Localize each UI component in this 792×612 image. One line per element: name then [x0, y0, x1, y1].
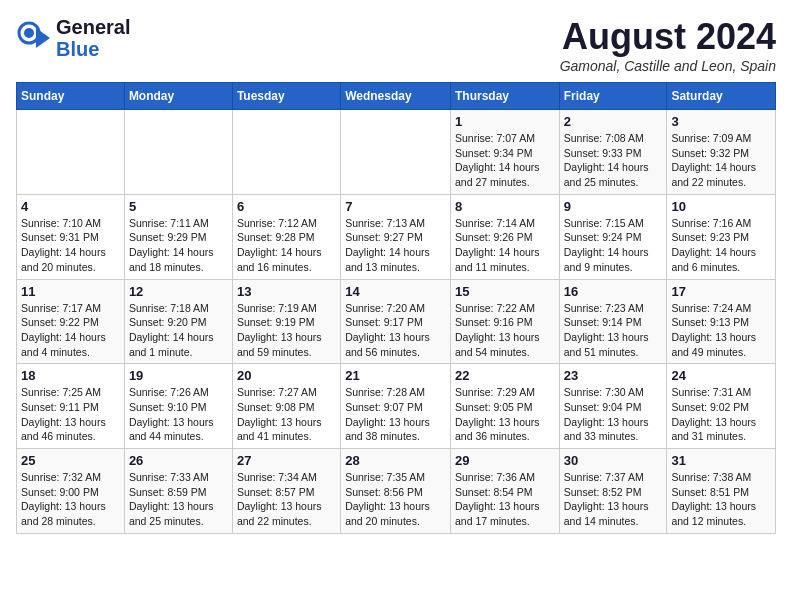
day-info: Sunrise: 7:19 AM Sunset: 9:19 PM Dayligh… — [237, 301, 336, 360]
day-header-thursday: Thursday — [450, 83, 559, 110]
week-row-2: 4Sunrise: 7:10 AM Sunset: 9:31 PM Daylig… — [17, 194, 776, 279]
day-info: Sunrise: 7:27 AM Sunset: 9:08 PM Dayligh… — [237, 385, 336, 444]
day-info: Sunrise: 7:22 AM Sunset: 9:16 PM Dayligh… — [455, 301, 555, 360]
day-number: 17 — [671, 284, 771, 299]
svg-point-1 — [24, 28, 34, 38]
calendar-cell — [232, 110, 340, 195]
logo-general: General — [56, 16, 130, 38]
day-info: Sunrise: 7:37 AM Sunset: 8:52 PM Dayligh… — [564, 470, 663, 529]
calendar-cell: 16Sunrise: 7:23 AM Sunset: 9:14 PM Dayli… — [559, 279, 667, 364]
day-number: 28 — [345, 453, 446, 468]
calendar-cell — [124, 110, 232, 195]
day-info: Sunrise: 7:08 AM Sunset: 9:33 PM Dayligh… — [564, 131, 663, 190]
day-info: Sunrise: 7:33 AM Sunset: 8:59 PM Dayligh… — [129, 470, 228, 529]
day-info: Sunrise: 7:32 AM Sunset: 9:00 PM Dayligh… — [21, 470, 120, 529]
calendar-cell: 1Sunrise: 7:07 AM Sunset: 9:34 PM Daylig… — [450, 110, 559, 195]
calendar-cell: 2Sunrise: 7:08 AM Sunset: 9:33 PM Daylig… — [559, 110, 667, 195]
day-info: Sunrise: 7:15 AM Sunset: 9:24 PM Dayligh… — [564, 216, 663, 275]
day-info: Sunrise: 7:11 AM Sunset: 9:29 PM Dayligh… — [129, 216, 228, 275]
week-row-4: 18Sunrise: 7:25 AM Sunset: 9:11 PM Dayli… — [17, 364, 776, 449]
day-info: Sunrise: 7:09 AM Sunset: 9:32 PM Dayligh… — [671, 131, 771, 190]
day-header-monday: Monday — [124, 83, 232, 110]
week-row-3: 11Sunrise: 7:17 AM Sunset: 9:22 PM Dayli… — [17, 279, 776, 364]
calendar-cell: 3Sunrise: 7:09 AM Sunset: 9:32 PM Daylig… — [667, 110, 776, 195]
calendar-cell: 31Sunrise: 7:38 AM Sunset: 8:51 PM Dayli… — [667, 449, 776, 534]
day-number: 5 — [129, 199, 228, 214]
day-header-sunday: Sunday — [17, 83, 125, 110]
title-block: August 2024 Gamonal, Castille and Leon, … — [560, 16, 776, 74]
day-number: 31 — [671, 453, 771, 468]
day-info: Sunrise: 7:17 AM Sunset: 9:22 PM Dayligh… — [21, 301, 120, 360]
calendar-cell: 24Sunrise: 7:31 AM Sunset: 9:02 PM Dayli… — [667, 364, 776, 449]
day-info: Sunrise: 7:28 AM Sunset: 9:07 PM Dayligh… — [345, 385, 446, 444]
day-info: Sunrise: 7:26 AM Sunset: 9:10 PM Dayligh… — [129, 385, 228, 444]
day-number: 9 — [564, 199, 663, 214]
day-info: Sunrise: 7:20 AM Sunset: 9:17 PM Dayligh… — [345, 301, 446, 360]
calendar-cell: 18Sunrise: 7:25 AM Sunset: 9:11 PM Dayli… — [17, 364, 125, 449]
day-number: 2 — [564, 114, 663, 129]
day-number: 29 — [455, 453, 555, 468]
day-number: 19 — [129, 368, 228, 383]
day-info: Sunrise: 7:35 AM Sunset: 8:56 PM Dayligh… — [345, 470, 446, 529]
day-info: Sunrise: 7:25 AM Sunset: 9:11 PM Dayligh… — [21, 385, 120, 444]
calendar-table: SundayMondayTuesdayWednesdayThursdayFrid… — [16, 82, 776, 534]
logo-blue: Blue — [56, 38, 130, 60]
calendar-cell: 25Sunrise: 7:32 AM Sunset: 9:00 PM Dayli… — [17, 449, 125, 534]
day-number: 4 — [21, 199, 120, 214]
calendar-cell: 28Sunrise: 7:35 AM Sunset: 8:56 PM Dayli… — [341, 449, 451, 534]
day-number: 12 — [129, 284, 228, 299]
calendar-cell: 7Sunrise: 7:13 AM Sunset: 9:27 PM Daylig… — [341, 194, 451, 279]
page-header: General Blue August 2024 Gamonal, Castil… — [16, 16, 776, 74]
day-number: 6 — [237, 199, 336, 214]
day-number: 11 — [21, 284, 120, 299]
day-header-wednesday: Wednesday — [341, 83, 451, 110]
day-header-tuesday: Tuesday — [232, 83, 340, 110]
calendar-cell — [341, 110, 451, 195]
day-info: Sunrise: 7:18 AM Sunset: 9:20 PM Dayligh… — [129, 301, 228, 360]
calendar-cell: 13Sunrise: 7:19 AM Sunset: 9:19 PM Dayli… — [232, 279, 340, 364]
calendar-cell — [17, 110, 125, 195]
day-number: 7 — [345, 199, 446, 214]
calendar-cell: 23Sunrise: 7:30 AM Sunset: 9:04 PM Dayli… — [559, 364, 667, 449]
calendar-cell: 15Sunrise: 7:22 AM Sunset: 9:16 PM Dayli… — [450, 279, 559, 364]
day-number: 16 — [564, 284, 663, 299]
day-number: 24 — [671, 368, 771, 383]
calendar-cell: 11Sunrise: 7:17 AM Sunset: 9:22 PM Dayli… — [17, 279, 125, 364]
day-info: Sunrise: 7:31 AM Sunset: 9:02 PM Dayligh… — [671, 385, 771, 444]
day-info: Sunrise: 7:36 AM Sunset: 8:54 PM Dayligh… — [455, 470, 555, 529]
day-info: Sunrise: 7:38 AM Sunset: 8:51 PM Dayligh… — [671, 470, 771, 529]
logo-icon — [16, 20, 52, 56]
day-number: 14 — [345, 284, 446, 299]
day-number: 26 — [129, 453, 228, 468]
day-number: 23 — [564, 368, 663, 383]
day-info: Sunrise: 7:13 AM Sunset: 9:27 PM Dayligh… — [345, 216, 446, 275]
calendar-cell: 20Sunrise: 7:27 AM Sunset: 9:08 PM Dayli… — [232, 364, 340, 449]
calendar-cell: 6Sunrise: 7:12 AM Sunset: 9:28 PM Daylig… — [232, 194, 340, 279]
day-info: Sunrise: 7:24 AM Sunset: 9:13 PM Dayligh… — [671, 301, 771, 360]
calendar-cell: 12Sunrise: 7:18 AM Sunset: 9:20 PM Dayli… — [124, 279, 232, 364]
calendar-cell: 17Sunrise: 7:24 AM Sunset: 9:13 PM Dayli… — [667, 279, 776, 364]
calendar-cell: 21Sunrise: 7:28 AM Sunset: 9:07 PM Dayli… — [341, 364, 451, 449]
calendar-cell: 9Sunrise: 7:15 AM Sunset: 9:24 PM Daylig… — [559, 194, 667, 279]
calendar-cell: 22Sunrise: 7:29 AM Sunset: 9:05 PM Dayli… — [450, 364, 559, 449]
day-number: 3 — [671, 114, 771, 129]
calendar-cell: 30Sunrise: 7:37 AM Sunset: 8:52 PM Dayli… — [559, 449, 667, 534]
day-info: Sunrise: 7:30 AM Sunset: 9:04 PM Dayligh… — [564, 385, 663, 444]
day-info: Sunrise: 7:07 AM Sunset: 9:34 PM Dayligh… — [455, 131, 555, 190]
day-number: 30 — [564, 453, 663, 468]
calendar-cell: 26Sunrise: 7:33 AM Sunset: 8:59 PM Dayli… — [124, 449, 232, 534]
day-number: 27 — [237, 453, 336, 468]
day-number: 15 — [455, 284, 555, 299]
svg-marker-2 — [36, 28, 50, 48]
location: Gamonal, Castille and Leon, Spain — [560, 58, 776, 74]
day-info: Sunrise: 7:16 AM Sunset: 9:23 PM Dayligh… — [671, 216, 771, 275]
month-year: August 2024 — [560, 16, 776, 58]
day-number: 21 — [345, 368, 446, 383]
day-header-friday: Friday — [559, 83, 667, 110]
day-info: Sunrise: 7:12 AM Sunset: 9:28 PM Dayligh… — [237, 216, 336, 275]
calendar-cell: 14Sunrise: 7:20 AM Sunset: 9:17 PM Dayli… — [341, 279, 451, 364]
day-number: 22 — [455, 368, 555, 383]
day-number: 1 — [455, 114, 555, 129]
calendar-cell: 10Sunrise: 7:16 AM Sunset: 9:23 PM Dayli… — [667, 194, 776, 279]
day-info: Sunrise: 7:29 AM Sunset: 9:05 PM Dayligh… — [455, 385, 555, 444]
